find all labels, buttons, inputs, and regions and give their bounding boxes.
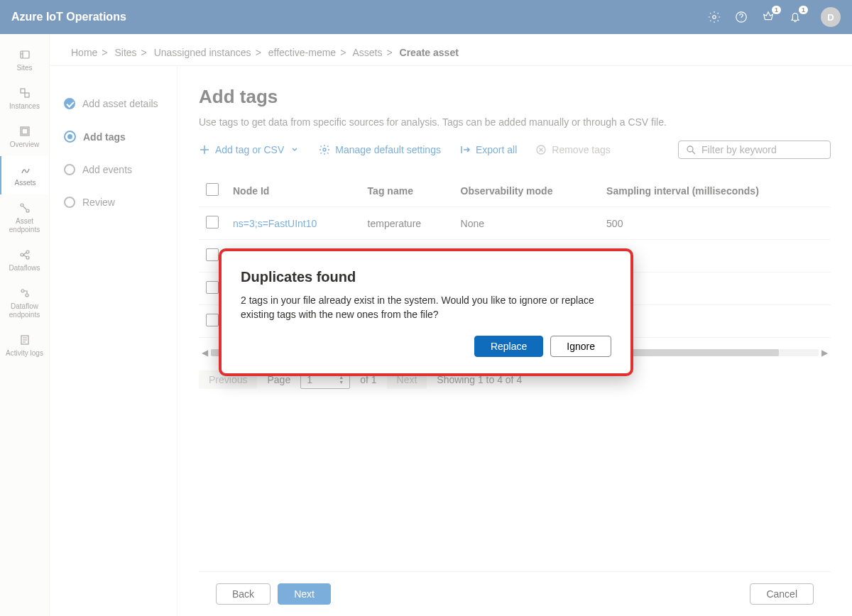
dialog-title: Duplicates found [241, 269, 611, 285]
dialog-body: 2 tags in your file already exist in the… [241, 294, 611, 321]
duplicates-dialog: Duplicates found 2 tags in your file alr… [224, 253, 628, 371]
ignore-button[interactable]: Ignore [550, 336, 611, 357]
modal-overlay[interactable]: Duplicates found 2 tags in your file alr… [0, 0, 852, 616]
replace-button[interactable]: Replace [474, 336, 543, 357]
